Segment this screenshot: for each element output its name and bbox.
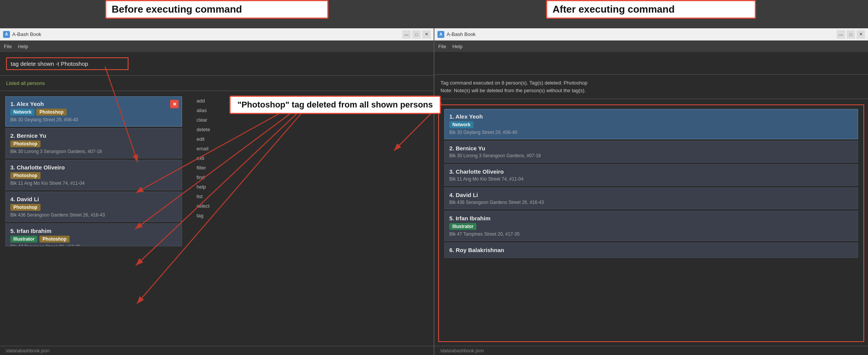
command-item-clear[interactable]: clear xyxy=(193,116,427,124)
after-status-line2: Note: Note(s) will be deleted from the p… xyxy=(441,88,586,93)
command-item-email[interactable]: email xyxy=(193,144,427,153)
tag-illustrator-4: Illustrator xyxy=(10,236,37,243)
after-minimize-btn[interactable]: — xyxy=(837,30,845,39)
before-command-area xyxy=(0,52,434,74)
tag-network-0: Network xyxy=(10,109,34,116)
before-maximize-btn[interactable]: □ xyxy=(412,30,421,39)
person-name-1: 2. Bernice Yu xyxy=(10,132,177,139)
tag-photoshop-4: Photoshop xyxy=(39,236,70,243)
person-name-4: 5. Irfan Ibrahim xyxy=(10,228,177,234)
before-menu-bar: File Help xyxy=(0,41,434,52)
command-item-tag[interactable]: tag xyxy=(193,211,427,220)
before-person-card-1[interactable]: 2. Bernice Yu Photoshop Blk 30 Lorong 3 … xyxy=(5,128,182,158)
after-person-name-1: 2. Bernice Yu xyxy=(449,145,853,151)
before-command-list: addaliascleardeleteeditemailexitfilterfi… xyxy=(187,93,434,346)
person-tags-3: Photoshop xyxy=(10,204,177,211)
command-item-help[interactable]: help xyxy=(193,182,427,191)
after-person-name-0: 1. Alex Yeoh xyxy=(449,113,853,120)
command-item-select[interactable]: select xyxy=(193,202,427,210)
before-command-input[interactable] xyxy=(6,57,128,70)
person-name-0: 1. Alex Yeoh xyxy=(10,101,177,107)
after-maximize-btn[interactable]: □ xyxy=(847,30,855,39)
before-person-card-4[interactable]: 5. Irfan Ibrahim IllustratorPhotoshop Bl… xyxy=(5,223,182,246)
before-person-list: 1. Alex Yeoh NetworkPhotoshop Blk 30 Gey… xyxy=(0,93,187,346)
command-item-delete[interactable]: delete xyxy=(193,125,427,134)
after-person-name-2: 3. Charlotte Oliveiro xyxy=(449,168,853,175)
before-person-card-2[interactable]: 3. Charlotte Oliveiro Photoshop Blk 11 A… xyxy=(5,160,182,190)
command-item-find[interactable]: find xyxy=(193,173,427,182)
after-divider-1 xyxy=(434,74,868,75)
person-address-0: Blk 30 Geylang Street 29, #06-40 xyxy=(10,117,177,122)
after-person-card-2[interactable]: 3. Charlotte Oliveiro Blk 11 Ang Mo Kio … xyxy=(444,164,858,186)
command-item-edit[interactable]: edit xyxy=(193,135,427,143)
before-person-card-3[interactable]: 4. David Li Photoshop Blk 436 Serangoon … xyxy=(5,192,182,222)
after-command-spacer xyxy=(434,52,868,73)
person-name-2: 3. Charlotte Oliveiro xyxy=(10,164,177,171)
before-close-btn[interactable]: ✕ xyxy=(422,30,431,39)
after-title-bar: A A-Bash Book — □ ✕ xyxy=(434,28,868,41)
after-person-list: 1. Alex Yeoh Network Blk 30 Geylang Stre… xyxy=(438,104,864,342)
before-menu-help[interactable]: Help xyxy=(18,44,28,49)
after-person-card-4[interactable]: 5. Irfan Ibrahim Illustrator Blk 47 Tamp… xyxy=(444,211,858,241)
before-title: A-Bash Book xyxy=(12,31,402,37)
after-status-bar: .\data\abashbook.json xyxy=(434,346,868,355)
after-menu-help[interactable]: Help xyxy=(452,44,463,49)
after-tag-network-0: Network xyxy=(449,121,473,128)
after-person-card-3[interactable]: 4. David Li Blk 436 Serangoon Gardens St… xyxy=(444,187,858,209)
person-tags-1: Photoshop xyxy=(10,140,177,147)
tag-photoshop-1: Photoshop xyxy=(10,140,41,147)
after-person-address-2: Blk 11 Ang Mo Kio Street 74, #11-04 xyxy=(449,176,853,182)
after-person-name-4: 5. Irfan Ibrahim xyxy=(449,215,853,221)
tag-photoshop-0: Photoshop xyxy=(36,109,67,116)
before-divider-1 xyxy=(0,75,434,76)
person-tags-0: NetworkPhotoshop xyxy=(10,109,177,116)
before-status-bar-text: .\data\abashbook.json xyxy=(5,348,49,353)
after-label: After executing command xyxy=(553,3,675,15)
before-person-card-0[interactable]: 1. Alex Yeoh NetworkPhotoshop Blk 30 Gey… xyxy=(5,96,182,127)
command-item-filter[interactable]: filter xyxy=(193,163,427,172)
tag-photoshop-3: Photoshop xyxy=(10,204,41,211)
after-tag-illustrator-4: Illustrator xyxy=(449,223,476,230)
after-window-controls: — □ ✕ xyxy=(837,30,865,39)
after-panel: A A-Bash Book — □ ✕ File Help Tag comman… xyxy=(434,28,868,355)
after-person-name-3: 4. David Li xyxy=(449,192,853,198)
after-person-tags-4: Illustrator xyxy=(449,223,853,230)
command-item-list[interactable]: list xyxy=(193,192,427,201)
tag-photoshop-2: Photoshop xyxy=(10,172,41,179)
after-person-card-5[interactable]: 6. Roy Balakrishnan xyxy=(444,243,858,258)
person-address-4: Blk 47 Tampines Street 20, #17-35 xyxy=(10,244,177,246)
after-status-line1: Tag command executed on 8 person(s). Tag… xyxy=(441,80,587,86)
before-title-bar: A A-Bash Book — □ ✕ xyxy=(0,28,434,41)
command-item-add[interactable]: add xyxy=(193,96,427,105)
person-address-3: Blk 436 Serangoon Gardens Street 26, #16… xyxy=(10,212,177,218)
command-item-alias[interactable]: alias xyxy=(193,106,427,115)
after-person-address-4: Blk 47 Tampines Street 20, #17-35 xyxy=(449,231,853,237)
person-close-btn-0[interactable]: ✕ xyxy=(170,100,179,108)
before-window-controls: — □ ✕ xyxy=(402,30,431,39)
before-menu-file[interactable]: File xyxy=(4,44,12,49)
after-person-address-3: Blk 436 Serangoon Gardens Street 26, #16… xyxy=(449,200,853,205)
after-person-card-0[interactable]: 1. Alex Yeoh Network Blk 30 Geylang Stre… xyxy=(444,109,858,139)
before-app-icon: A xyxy=(3,31,10,38)
person-tags-2: Photoshop xyxy=(10,172,177,179)
before-status-bar: .\data\abashbook.json xyxy=(0,346,434,355)
after-person-card-1[interactable]: 2. Bernice Yu Blk 30 Lorong 3 Serangoon … xyxy=(444,141,858,163)
after-divider-2 xyxy=(434,99,868,99)
before-divider-2 xyxy=(0,91,434,91)
after-person-name-5: 6. Roy Balakrishnan xyxy=(449,247,853,253)
before-label: Before executing command xyxy=(112,3,242,15)
person-tags-4: IllustratorPhotoshop xyxy=(10,236,177,243)
command-item-exit[interactable]: exit xyxy=(193,154,427,163)
before-status: Listed all persons xyxy=(0,77,434,89)
person-address-1: Blk 30 Lorong 3 Serangoon Gardens, #07-1… xyxy=(10,149,177,154)
after-status-bar-text: .\data\abashbook.json xyxy=(439,348,484,353)
before-minimize-btn[interactable]: — xyxy=(402,30,411,39)
annotation-area: Before executing command After executing… xyxy=(0,0,868,28)
after-app-icon: A xyxy=(437,31,444,38)
after-close-btn[interactable]: ✕ xyxy=(857,30,865,39)
after-person-address-0: Blk 30 Geylang Street 29, #06-40 xyxy=(449,130,853,135)
after-title: A-Bash Book xyxy=(447,31,837,37)
after-menu-file[interactable]: File xyxy=(438,44,446,49)
after-person-tags-0: Network xyxy=(449,121,853,128)
after-person-address-1: Blk 30 Lorong 3 Serangoon Gardens, #07-1… xyxy=(449,153,853,158)
